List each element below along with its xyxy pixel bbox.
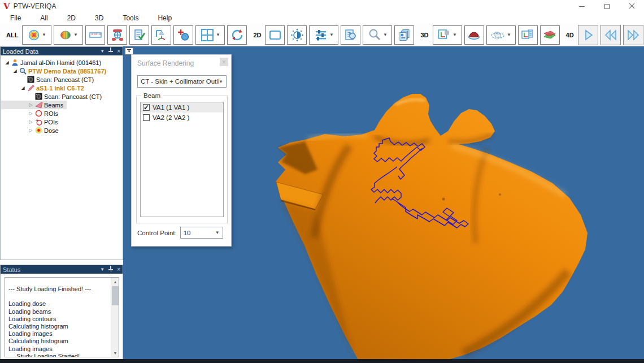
cube-orbit-icon (490, 28, 505, 42)
checkbox-checked-icon[interactable] (143, 104, 150, 111)
beam-groupbox: Beam VA1 (1 VA1 ) VA2 (2 VA2 ) (136, 96, 228, 223)
beam-list-item-va1[interactable]: VA1 (1 VA1 ) (141, 102, 223, 113)
menu-tools[interactable]: Tools (117, 14, 144, 22)
surface-rendering-close-button[interactable]: ✕ (220, 58, 228, 66)
image-adjust-button[interactable]: ▼ (309, 25, 338, 45)
minimize-icon (579, 6, 585, 7)
control-point-label: Control Point: (137, 230, 177, 236)
panel-close-button[interactable]: × (117, 267, 120, 273)
pin-button[interactable] (108, 266, 113, 273)
status-line (8, 293, 110, 300)
tree-item-scan2[interactable]: Scan: Pancoast (CT) (1, 92, 122, 101)
menu-all[interactable]: All (34, 14, 53, 22)
pin-button[interactable] (108, 47, 113, 55)
planes-icon (542, 28, 557, 42)
panel-menu-button[interactable]: ▼ (100, 267, 105, 273)
dose-display-icon (28, 29, 40, 41)
tree-item-pois[interactable]: ▷ POIs (1, 118, 122, 126)
layout-grid-icon (201, 28, 214, 42)
loaded-data-titlebar[interactable]: Loaded Data ▼ × (1, 47, 123, 55)
status-line: --- Study Loading Started! --- (8, 353, 110, 357)
beam-machine-button[interactable] (107, 25, 127, 45)
status-line: --- Study Loading Finished! --- (8, 286, 110, 293)
render-preset-select[interactable]: CT - Skin + Collimator Outlini ▼ (137, 75, 227, 88)
scroll-thumb[interactable] (112, 286, 119, 305)
checkbox-unchecked-icon[interactable] (143, 114, 150, 121)
report-pages-button[interactable] (394, 25, 414, 45)
status-titlebar[interactable]: Status ▼ × (1, 265, 123, 274)
status-line: Calculating histogram (8, 323, 110, 330)
restore-button[interactable] (594, 0, 619, 12)
step-forward-button[interactable] (623, 25, 643, 45)
tree-item-rois[interactable]: ▷ ROIs (1, 109, 122, 118)
restore-icon (604, 4, 610, 9)
panel-menu-button[interactable]: ▼ (100, 49, 105, 54)
collapse-expanded-icon[interactable]: ◢ (19, 85, 27, 90)
beam-list-item-va2[interactable]: VA2 (2 VA2 ) (141, 113, 223, 123)
chevron-down-icon: ▼ (128, 50, 131, 53)
scroll-down-icon[interactable]: ▼ (111, 349, 119, 357)
control-point-select[interactable]: 10 ▼ (180, 227, 223, 239)
menu-3d[interactable]: 3D (89, 14, 109, 22)
menu-bar: File All 2D 3D Tools Help (0, 12, 644, 24)
tree-item-dose[interactable]: ▷ Dose (1, 126, 122, 135)
fast-forward-icon (626, 28, 641, 42)
play-button[interactable] (578, 25, 598, 45)
menu-help[interactable]: Help (152, 14, 177, 22)
rotate-3d-button[interactable]: ▼ (486, 25, 516, 45)
fusion-colormap-button[interactable]: ▼ (54, 25, 83, 45)
zoom-button[interactable]: ▼ (363, 25, 392, 45)
menu-2d[interactable]: 2D (62, 14, 81, 22)
expand-collapsed-icon[interactable]: ▷ (27, 102, 34, 107)
report-search-button[interactable] (341, 25, 360, 45)
close-button[interactable] (619, 0, 644, 12)
tree-item-study[interactable]: ◢ PTW Demo Data (8851767) (1, 67, 122, 75)
sliders-icon (314, 28, 328, 42)
status-scrollbar[interactable]: ▲ ▼ (111, 278, 119, 357)
expand-collapsed-icon[interactable]: ▷ (27, 111, 34, 116)
measure-ruler-button[interactable] (85, 25, 105, 45)
panel-3d-button[interactable] (518, 25, 538, 45)
surface-rendering-button[interactable] (464, 25, 484, 45)
expand-collapsed-icon[interactable]: ▷ (27, 128, 34, 133)
beams-icon (34, 101, 43, 109)
tree-item-beams[interactable]: ▷ Beams (1, 101, 67, 109)
close-icon (629, 3, 634, 9)
viewport-layout-button[interactable]: ▼ (195, 25, 225, 45)
roi-icon (34, 110, 43, 117)
pin-icon (108, 47, 113, 53)
control-point-value: 10 (184, 230, 215, 236)
menu-file[interactable]: File (5, 14, 27, 22)
beam-geometry-button[interactable] (151, 25, 171, 45)
toolbar-group-4d-label: 4D (566, 32, 574, 38)
minimize-button[interactable] (569, 0, 594, 12)
scene-3d-button[interactable]: ▼ (433, 25, 462, 45)
add-poi-button[interactable] (173, 25, 193, 45)
reset-rotation-button[interactable] (227, 25, 247, 45)
scroll-up-icon[interactable]: ▲ (111, 278, 119, 286)
status-line: Loading contours (8, 316, 110, 323)
step-back-button[interactable] (601, 25, 621, 45)
chevron-down-icon: ▼ (219, 79, 223, 84)
chevron-down-icon: ▼ (452, 32, 457, 37)
tree-item-patient[interactable]: ◢ Jamal al-Din Hamid (001461) (1, 58, 122, 67)
tree-item-plan[interactable]: ◢ aS1-1 inkl C6-T2 (1, 84, 122, 92)
panel-close-button[interactable]: × (117, 49, 120, 54)
status-line: Loading images (8, 330, 110, 338)
crop-2d-button[interactable] (265, 25, 285, 45)
plan-check-button[interactable] (129, 25, 149, 45)
collapse-expanded-icon[interactable]: ◢ (11, 68, 19, 74)
dose-display-button[interactable]: ▼ (22, 25, 51, 45)
rectangle-icon (268, 29, 282, 41)
collapse-expanded-icon[interactable]: ◢ (3, 60, 11, 65)
ruler-icon (89, 29, 102, 41)
expand-collapsed-icon[interactable]: ▷ (27, 119, 34, 124)
plan-pencil-icon (27, 84, 35, 92)
chevron-down-icon: ▼ (73, 32, 78, 37)
window-level-button[interactable] (287, 25, 307, 45)
panel-axes-icon (520, 28, 535, 42)
tree-item-scan[interactable]: Scan: Pancoast (CT) (1, 75, 122, 84)
planes-3d-button[interactable] (540, 25, 560, 45)
veriqa-logo-icon: V (3, 1, 10, 12)
torso-surface (276, 94, 588, 359)
